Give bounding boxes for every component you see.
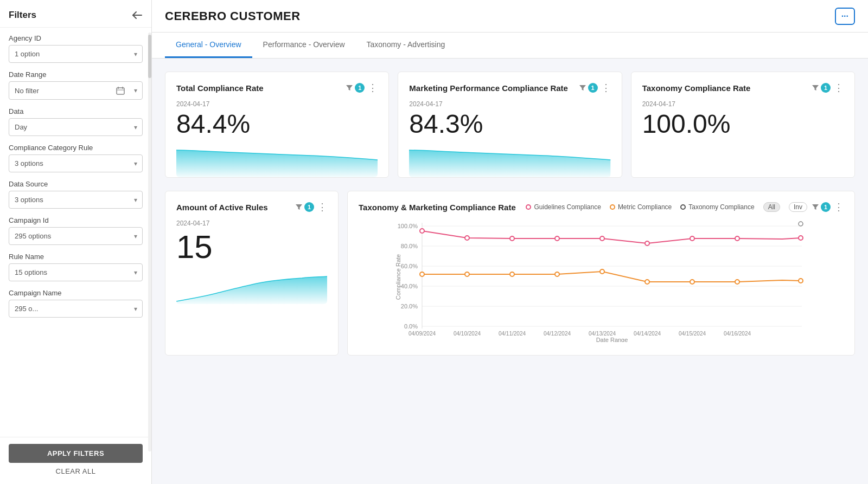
pill-inv[interactable]: Inv [789,202,807,212]
filter-select-campaign-id[interactable]: 295 options [9,227,143,245]
svg-point-30 [465,272,469,276]
svg-point-34 [645,280,649,284]
svg-point-20 [465,236,469,240]
tab-performance-overview[interactable]: Performance - Overview [252,33,356,58]
line-chart-header: Taxonomy & Marketing Compliance Rate Gui… [359,202,844,212]
svg-text:04/09/2024: 04/09/2024 [409,331,436,337]
filter-select-rule-name[interactable]: 15 options [9,263,143,281]
kpi-more-btn-total-compliance-rate[interactable]: ⋮ [368,83,378,93]
kpi-title-marketing-performance: Marketing Performance Compliance Rate [409,83,574,94]
filter-select-data-source[interactable]: 3 options [9,191,143,209]
kpi-title-total-compliance-rate: Total Compliance Rate [176,83,341,94]
sidebar-header: Filters [0,0,151,28]
kpi-more-btn-taxonomy-compliance[interactable]: ⋮ [834,83,844,93]
tabs-bar: General - OverviewPerformance - Overview… [152,33,868,59]
kpi-chart-total-compliance-rate [176,145,378,177]
active-rules-header: Amount of Active Rules 1 ⋮ [176,202,327,213]
chart-actions: 1 ⋮ [812,202,844,212]
kpi-card-taxonomy-compliance: Taxonomy Compliance Rate 1 ⋮ 2024-04-17 … [631,72,855,178]
filter-select-campaign-name[interactable]: 295 o... [9,300,143,318]
filter-select-compliance-category-rule[interactable]: 3 options [9,154,143,172]
active-rules-more-button[interactable]: ⋮ [317,202,327,212]
kpi-more-btn-marketing-performance[interactable]: ⋮ [601,83,611,93]
kpi-filter-badge-marketing-performance: 1 [588,83,598,93]
tab-taxonomy-advertising[interactable]: Taxonomy - Advertising [356,33,456,58]
line-chart-title: Taxonomy & Marketing Compliance Rate [359,203,516,212]
svg-text:Date Range: Date Range [596,337,628,342]
filter-select-data[interactable]: Day [9,118,143,136]
filter-select-wrapper-date-range: No filter [9,81,143,100]
filter-group-date-range: Date RangeNo filter [9,70,143,100]
filter-input-date-range[interactable]: No filter [9,81,143,100]
kpi-actions-marketing-performance: 1 ⋮ [579,83,611,93]
legend-label-guidelines: Guidelines Compliance [534,203,601,211]
svg-point-35 [690,280,694,284]
pill-all[interactable]: All [763,202,780,212]
main-content: CEREBRO CUSTOMER ··· General - OverviewP… [152,0,868,484]
filter-select-wrapper-campaign-name: 295 o... [9,300,143,318]
svg-text:04/10/2024: 04/10/2024 [454,331,481,337]
scrollbar-thumb[interactable] [148,35,151,78]
scrollbar-track [148,33,151,451]
line-chart-more-button[interactable]: ⋮ [834,202,844,212]
svg-point-21 [510,236,514,241]
svg-point-36 [735,280,739,284]
header-more-button[interactable]: ··· [835,8,855,25]
filter-group-data: DataDay [9,107,143,136]
legend-taxonomy: Taxonomy Compliance [680,203,754,211]
kpi-filter-btn-total-compliance-rate[interactable]: 1 [346,83,365,93]
chart-legend: Guidelines Compliance Metric Compliance … [526,202,807,212]
filter-label-date-range: Date Range [9,70,143,79]
filter-label-data: Data [9,107,143,115]
filter-select-wrapper-rule-name: 15 options [9,263,143,281]
kpi-value-taxonomy-compliance: 100.0% [642,110,844,139]
kpi-date-total-compliance-rate: 2024-04-17 [176,100,378,108]
apply-filters-button[interactable]: APPLY FILTERS [9,444,143,463]
kpi-value-marketing-performance: 84.3% [409,110,610,139]
kpi-filter-btn-marketing-performance[interactable]: 1 [579,83,598,93]
svg-text:04/15/2024: 04/15/2024 [679,331,706,337]
svg-point-37 [799,279,803,283]
filter-label-campaign-name: Campaign Name [9,289,143,297]
filter-group-campaign-id: Campaign Id295 options [9,216,143,245]
svg-point-22 [555,236,559,241]
line-chart-filter-button[interactable]: 1 [812,202,831,212]
filter-label-data-source: Data Source [9,180,143,188]
collapse-button[interactable] [132,10,143,21]
legend-label-metric: Metric Compliance [618,203,672,211]
kpi-filter-badge-total-compliance-rate: 1 [355,83,365,93]
kpi-filter-btn-taxonomy-compliance[interactable]: 1 [812,83,831,93]
svg-point-23 [600,236,604,241]
filter-select-wrapper-data: Day [9,118,143,136]
svg-text:04/11/2024: 04/11/2024 [499,331,526,337]
line-chart-filter-badge: 1 [821,202,831,212]
filter-label-agency-id: Agency ID [9,34,143,42]
svg-rect-1 [117,88,124,94]
active-rules-filter-badge: 1 [304,202,314,212]
bottom-row: Amount of Active Rules 1 ⋮ 2024-04-17 15 [165,191,855,356]
filter-select-agency-id[interactable]: 1 option [9,45,143,63]
svg-point-31 [510,272,514,276]
active-rules-value: 15 [176,229,327,265]
kpi-row: Total Compliance Rate 1 ⋮ 2024-04-17 84.… [165,72,855,178]
legend-dot-guidelines [526,204,531,210]
tab-general-overview[interactable]: General - Overview [165,33,252,58]
filter-group-agency-id: Agency ID1 option [9,34,143,63]
active-rules-chart [176,272,327,304]
svg-point-19 [420,229,424,233]
legend-guidelines: Guidelines Compliance [526,203,601,211]
svg-text:04/16/2024: 04/16/2024 [724,331,751,337]
kpi-actions-taxonomy-compliance: 1 ⋮ [812,83,844,93]
sidebar: Filters Agency ID1 optionDate RangeNo fi… [0,0,152,484]
svg-point-27 [799,236,803,240]
sidebar-title: Filters [9,10,36,21]
active-rules-filter-button[interactable]: 1 [295,202,314,212]
line-chart-controls: Guidelines Compliance Metric Compliance … [526,202,844,212]
svg-text:0.0%: 0.0% [404,323,418,330]
filter-label-rule-name: Rule Name [9,253,143,261]
clear-all-button[interactable]: CLEAR ALL [9,467,143,475]
kpi-date-marketing-performance: 2024-04-17 [409,100,610,108]
kpi-header-total-compliance-rate: Total Compliance Rate 1 ⋮ [176,83,378,94]
svg-text:04/14/2024: 04/14/2024 [634,331,661,337]
line-chart-svg: 100.0% 80.0% 60.0% 40.0% 20.0% 0.0% Comp… [359,217,844,342]
